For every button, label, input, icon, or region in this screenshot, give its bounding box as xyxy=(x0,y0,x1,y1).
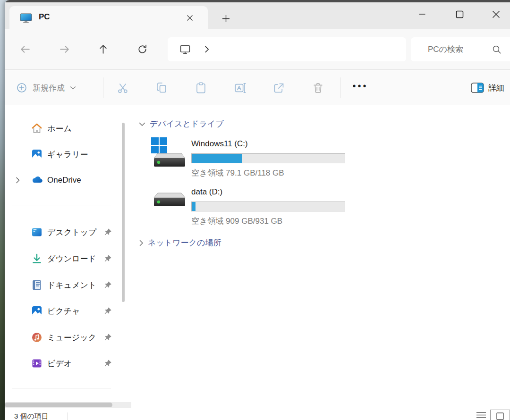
search-placeholder: PCの検索 xyxy=(428,44,463,55)
new-tab-button[interactable] xyxy=(218,11,233,26)
sidebar-item-videos[interactable]: ビデオ xyxy=(5,353,132,374)
minimize-button[interactable] xyxy=(412,3,433,25)
toolbar-divider xyxy=(340,77,340,98)
devices-section-label: デバイスとドライブ xyxy=(150,118,224,129)
sidebar-item-label: デスクトップ xyxy=(47,227,96,238)
sidebar-item-downloads[interactable]: ダウンロード xyxy=(5,248,132,269)
sidebar-item-pictures[interactable]: ピクチャ xyxy=(5,301,132,321)
window-body: ホーム ギャラリー OneDrive xyxy=(5,105,510,410)
pin-icon xyxy=(104,228,112,236)
details-pane-button[interactable]: 詳細 xyxy=(471,77,504,98)
forward-icon[interactable] xyxy=(54,39,75,59)
up-icon[interactable] xyxy=(93,39,113,59)
network-section-header[interactable]: ネットワークの場所 xyxy=(139,237,221,248)
tab-title: PC xyxy=(39,12,50,22)
navigation-bar: PCの検索 xyxy=(5,29,510,70)
network-section-label: ネットワークの場所 xyxy=(148,237,221,248)
sidebar-vertical-scrollbar[interactable] xyxy=(122,123,125,302)
pin-icon xyxy=(104,281,112,289)
drive-c-item[interactable]: Windows11 (C:) 空き領域 79.1 GB/118 GB xyxy=(145,136,367,184)
pc-monitor-icon xyxy=(20,13,32,24)
drive-d-item[interactable]: data (D:) 空き領域 909 GB/931 GB xyxy=(145,185,367,233)
delete-button[interactable] xyxy=(307,77,328,98)
sidebar-item-desktop[interactable]: デスクトップ xyxy=(5,222,132,243)
drive-usage-bar xyxy=(191,202,345,211)
refresh-icon[interactable] xyxy=(132,39,153,59)
toolbar-divider xyxy=(103,77,103,98)
drive-usage-bar xyxy=(191,153,345,163)
command-toolbar: 新規作成 ••• xyxy=(5,70,510,105)
music-icon xyxy=(31,332,42,343)
drive-name: data (D:) xyxy=(191,187,222,197)
sidebar-item-music[interactable]: ミュージック xyxy=(5,327,132,348)
breadcrumb-chevron-icon[interactable] xyxy=(204,46,210,53)
video-icon xyxy=(31,358,42,369)
chevron-down-icon xyxy=(139,122,145,126)
tab-bar: PC xyxy=(5,2,510,29)
sidebar-item-label: ドキュメント xyxy=(47,280,96,291)
search-icon[interactable] xyxy=(492,44,502,55)
drive-usage-fill xyxy=(192,154,242,163)
chevron-down-icon xyxy=(70,86,76,90)
drive-usage-fill xyxy=(192,202,196,211)
sidebar-item-onedrive[interactable]: OneDrive xyxy=(5,170,132,191)
document-icon xyxy=(31,279,42,291)
new-button[interactable]: 新規作成 xyxy=(16,77,76,98)
sidebar-item-label: ミュージック xyxy=(47,332,96,343)
pictures-icon xyxy=(31,305,42,317)
item-count: 3 個の項目 xyxy=(14,412,49,420)
large-icons-view-icon[interactable] xyxy=(490,410,510,420)
sidebar-item-label: ギャラリー xyxy=(47,149,88,160)
sidebar-divider xyxy=(12,205,111,205)
drive-free-space: 空き領域 909 GB/931 GB xyxy=(191,216,282,227)
navigation-pane: ホーム ギャラリー OneDrive xyxy=(5,105,132,410)
back-icon[interactable] xyxy=(15,39,35,59)
status-divider xyxy=(68,412,68,420)
drive-name: Windows11 (C:) xyxy=(191,139,248,149)
more-icon: ••• xyxy=(352,81,368,95)
sidebar-item-label: ビデオ xyxy=(47,358,72,369)
explorer-window: PC xyxy=(5,0,510,420)
items-view: デバイスとドライブ Windows11 (C:) 空き領 xyxy=(132,105,510,410)
sidebar-item-label: OneDrive xyxy=(47,176,81,185)
maximize-button[interactable] xyxy=(449,3,470,25)
sidebar-item-documents[interactable]: ドキュメント xyxy=(5,275,132,295)
sidebar-divider xyxy=(12,388,111,388)
pin-icon xyxy=(104,333,112,341)
status-bar: 3 個の項目 xyxy=(5,410,510,420)
devices-section-header[interactable]: デバイスとドライブ xyxy=(139,118,224,129)
rename-button[interactable] xyxy=(230,77,250,98)
new-button-label: 新規作成 xyxy=(33,83,65,93)
home-icon xyxy=(31,123,42,134)
copy-button[interactable] xyxy=(151,77,172,98)
details-view-icon[interactable] xyxy=(474,412,489,420)
search-input[interactable]: PCの検索 xyxy=(411,37,510,61)
chevron-right-icon[interactable] xyxy=(15,177,20,184)
paste-button[interactable] xyxy=(190,77,211,98)
drive-free-space: 空き領域 79.1 GB/118 GB xyxy=(191,168,284,178)
sidebar-item-label: ホーム xyxy=(47,123,72,134)
data-drive-icon xyxy=(150,192,187,208)
pin-icon xyxy=(104,254,112,262)
gallery-icon xyxy=(31,149,42,160)
download-icon xyxy=(31,253,42,264)
pin-icon xyxy=(104,307,112,315)
sidebar-item-gallery[interactable]: ギャラリー xyxy=(5,144,132,165)
chevron-right-icon xyxy=(139,240,144,246)
address-bar[interactable] xyxy=(168,37,406,61)
address-pc-icon xyxy=(179,43,191,55)
desktop-icon xyxy=(31,227,42,238)
details-pane-label: 詳細 xyxy=(488,83,504,93)
close-button[interactable] xyxy=(483,3,509,25)
tab-pc[interactable]: PC xyxy=(9,6,208,29)
tab-close-icon[interactable] xyxy=(184,12,196,24)
sidebar-horizontal-scrollbar[interactable] xyxy=(5,403,112,407)
details-pane-icon xyxy=(471,83,484,93)
more-options-button[interactable]: ••• xyxy=(350,77,371,98)
sidebar-item-home[interactable]: ホーム xyxy=(5,118,132,139)
pin-icon xyxy=(104,359,112,367)
share-button[interactable] xyxy=(268,77,289,98)
system-drive-icon xyxy=(150,136,187,168)
plus-circle-icon xyxy=(16,82,27,93)
cut-button[interactable] xyxy=(112,77,133,98)
